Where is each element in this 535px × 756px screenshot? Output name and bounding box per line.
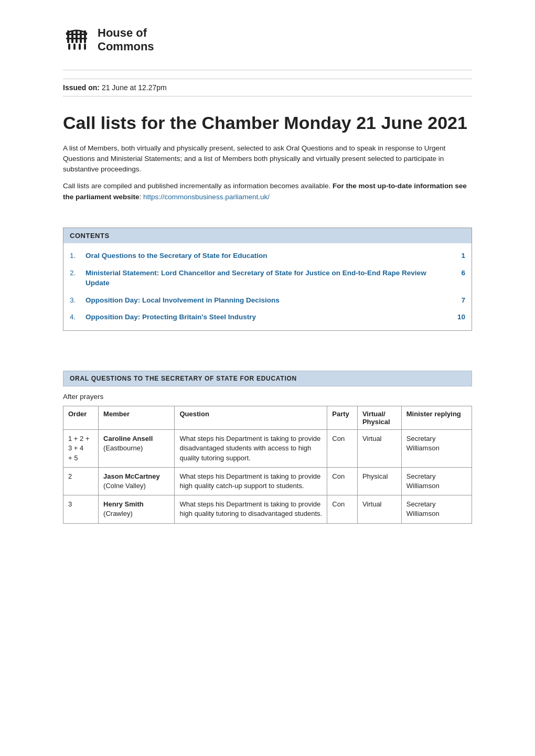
- minister-cell-1: Secretary Williamson: [401, 430, 472, 468]
- page-header: House of Commons: [63, 16, 472, 64]
- contents-header: CONTENTS: [63, 228, 472, 243]
- member-cell-2: Jason McCartney(Colne Valley): [99, 467, 175, 495]
- party-cell-1: Con: [327, 430, 358, 468]
- member-constituency-3: (Crawley): [103, 510, 133, 517]
- contents-num-3: 3.: [70, 296, 81, 304]
- member-name-3: Henry Smith: [103, 500, 144, 508]
- member-name-2: Jason McCartney: [103, 472, 160, 480]
- issued-bar: Issued on: 21 June at 12.27pm: [63, 79, 472, 96]
- oral-section-header: ORAL QUESTIONS TO THE SECRETARY OF STATE…: [63, 371, 472, 386]
- svg-rect-3: [76, 30, 78, 43]
- col-header-member: Member: [99, 406, 175, 430]
- contents-num-4: 4.: [70, 313, 81, 321]
- col-header-virtual: Virtual/Physical: [357, 406, 401, 430]
- virtual-cell-2: Physical: [357, 467, 401, 495]
- col-header-order: Order: [63, 406, 99, 430]
- contents-num-1: 1.: [70, 252, 81, 260]
- contents-link-2[interactable]: Ministerial Statement: Lord Chancellor a…: [85, 268, 448, 288]
- col-header-minister: Minister replying: [401, 406, 472, 430]
- issued-value: 21 June at 12.27pm: [102, 83, 167, 92]
- order-cell-1: 1 + 2 +3 + 4+ 5: [63, 430, 99, 468]
- order-cell-3: 3: [63, 495, 99, 523]
- table-row: 1 + 2 +3 + 4+ 5 Caroline Ansell(Eastbour…: [63, 430, 472, 468]
- header-divider: [63, 70, 472, 70]
- minister-cell-2: Secretary Williamson: [401, 467, 472, 495]
- hoc-logo-icon: [63, 26, 90, 53]
- col-header-question: Question: [175, 406, 327, 430]
- table-row: 2 Jason McCartney(Colne Valley) What ste…: [63, 467, 472, 495]
- svg-rect-2: [71, 30, 73, 43]
- svg-rect-4: [80, 30, 82, 43]
- svg-rect-9: [73, 44, 76, 50]
- col-header-party: Party: [327, 406, 358, 430]
- contents-page-2: 6: [453, 269, 465, 277]
- parliament-link[interactable]: https://commonsbusiness.parliament.uk/: [143, 193, 270, 201]
- svg-rect-10: [79, 44, 81, 50]
- svg-rect-8: [68, 44, 70, 50]
- party-cell-2: Con: [327, 467, 358, 495]
- after-prayers: After prayers: [63, 393, 472, 401]
- logo-line1: House of: [98, 26, 154, 40]
- contents-item-3: 3. Opposition Day: Local Involvement in …: [70, 292, 465, 309]
- question-cell-2: What steps his Department is taking to p…: [175, 467, 327, 495]
- question-cell-3: What steps his Department is taking to p…: [175, 495, 327, 523]
- contents-item-2: 2. Ministerial Statement: Lord Chancello…: [70, 265, 465, 292]
- contents-link-4[interactable]: Opposition Day: Protecting Britain's Ste…: [85, 312, 448, 322]
- oral-questions-table: Order Member Question Party Virtual/Phys…: [63, 406, 472, 523]
- contents-body: 1. Oral Questions to the Secretary of St…: [63, 243, 472, 330]
- contents-item-1: 1. Oral Questions to the Secretary of St…: [70, 247, 465, 265]
- member-cell-3: Henry Smith (Crawley): [99, 495, 175, 523]
- main-title: Call lists for the Chamber Monday 21 Jun…: [63, 112, 472, 134]
- contents-link-1[interactable]: Oral Questions to the Secretary of State…: [85, 251, 448, 261]
- order-cell-2: 2: [63, 467, 99, 495]
- logo-text: House of Commons: [98, 26, 154, 54]
- logo-line2: Commons: [98, 40, 154, 53]
- table-row: 3 Henry Smith (Crawley) What steps his D…: [63, 495, 472, 523]
- contents-page-3: 7: [453, 296, 465, 304]
- intro-para2: Call lists are compiled and published in…: [63, 181, 472, 202]
- virtual-cell-3: Virtual: [357, 495, 401, 523]
- contents-item-4: 4. Opposition Day: Protecting Britain's …: [70, 309, 465, 326]
- party-cell-3: Con: [327, 495, 358, 523]
- member-name-1: Caroline Ansell: [103, 435, 153, 442]
- svg-rect-11: [84, 44, 86, 50]
- contents-page-4: 10: [453, 313, 465, 321]
- intro-para1: A list of Members, both virtually and ph…: [63, 143, 472, 175]
- intro-para2-plain: Call lists are compiled and published in…: [63, 182, 333, 190]
- contents-num-2: 2.: [70, 269, 81, 277]
- question-cell-1: What steps his Department is taking to p…: [175, 430, 327, 468]
- member-constituency-1: (Eastbourne): [103, 444, 143, 452]
- virtual-cell-1: Virtual: [357, 430, 401, 468]
- contents-link-3[interactable]: Opposition Day: Local Involvement in Pla…: [85, 296, 448, 306]
- contents-page-1: 1: [453, 252, 465, 260]
- intro-colon: :: [140, 193, 144, 201]
- svg-rect-6: [66, 34, 87, 35]
- table-header-row: Order Member Question Party Virtual/Phys…: [63, 406, 472, 430]
- svg-rect-7: [66, 38, 87, 39]
- contents-box: CONTENTS 1. Oral Questions to the Secret…: [63, 228, 472, 331]
- member-cell-1: Caroline Ansell(Eastbourne): [99, 430, 175, 468]
- minister-cell-3: Secretary Williamson: [401, 495, 472, 523]
- member-constituency-2: (Colne Valley): [103, 482, 146, 490]
- issued-label: Issued on:: [63, 83, 100, 92]
